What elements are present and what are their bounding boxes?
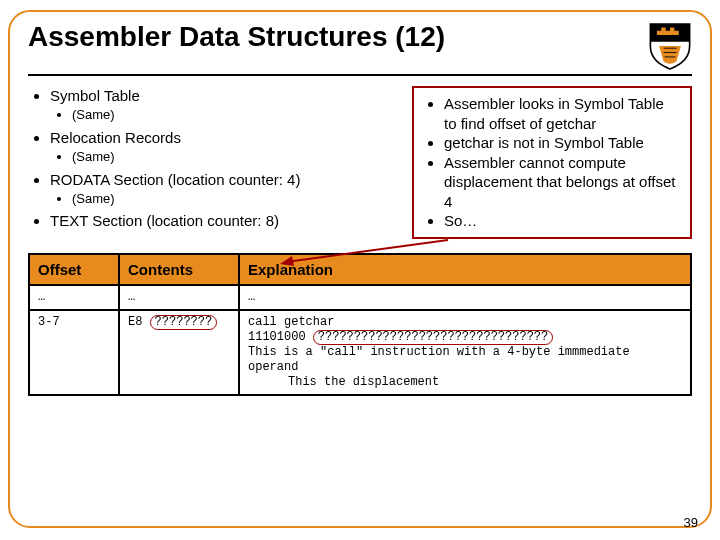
princeton-shield-icon [648,22,692,70]
table-wrap: Offset Contents Explanation … … … 3-7 E [28,253,692,396]
cell-contents: E8 ???????? [119,310,239,395]
body: Symbol Table (Same) Relocation Records (… [28,86,692,239]
text-section-table: Offset Contents Explanation … … … 3-7 E [28,253,692,396]
bullet-sub: (Same) [72,148,402,166]
bullet-label: Relocation Records [50,129,181,146]
bullet-sub: (Same) [72,190,402,208]
cell-explanation: call getchar 11101000 ??????????????????… [239,310,691,395]
bullet-text-section: TEXT Section (location counter: 8) [50,211,402,231]
contents-prefix: E8 [128,315,150,329]
left-column: Symbol Table (Same) Relocation Records (… [28,86,402,239]
cell-offset: 3-7 [29,310,119,395]
bullet-label: Symbol Table [50,87,140,104]
title-row: Assembler Data Structures (12) [28,22,692,76]
expl-binary: 11101000 [248,330,313,344]
expl-line: call getchar [248,315,334,329]
slide: Assembler Data Structures (12) Symbol Ta… [0,0,720,540]
page-title: Assembler Data Structures (12) [28,22,445,53]
question-mark-box: ???????? [150,315,218,330]
callout-box: Assembler looks in Symbol Table to find … [412,86,692,239]
expl-line: This the displacement [248,375,682,390]
th-contents: Contents [119,254,239,285]
th-offset: Offset [29,254,119,285]
th-explanation: Explanation [239,254,691,285]
bullet-sub: (Same) [72,106,402,124]
callout-line: So… [444,211,680,231]
callout-line: getchar is not in Symbol Table [444,133,680,153]
question-mark-box: ???????????????????????????????? [313,330,553,345]
bullet-relocation-records: Relocation Records (Same) [50,128,402,166]
bullet-rodata-section: RODATA Section (location counter: 4) (Sa… [50,170,402,208]
callout-line: Assembler cannot compute displacement th… [444,153,680,212]
cell-explanation: … [239,285,691,310]
table-row: 3-7 E8 ???????? call getchar 11101000 ??… [29,310,691,395]
slide-frame: Assembler Data Structures (12) Symbol Ta… [8,10,712,528]
table-header-row: Offset Contents Explanation [29,254,691,285]
cell-offset: … [29,285,119,310]
expl-line: This is a "call" instruction with a 4-by… [248,345,630,374]
bullet-label: RODATA Section (location counter: 4) [50,171,300,188]
table-row: … … … [29,285,691,310]
callout-line: Assembler looks in Symbol Table to find … [444,94,680,133]
bullet-label: TEXT Section (location counter: 8) [50,212,279,229]
page-number: 39 [684,515,698,530]
cell-contents: … [119,285,239,310]
bullet-symbol-table: Symbol Table (Same) [50,86,402,124]
